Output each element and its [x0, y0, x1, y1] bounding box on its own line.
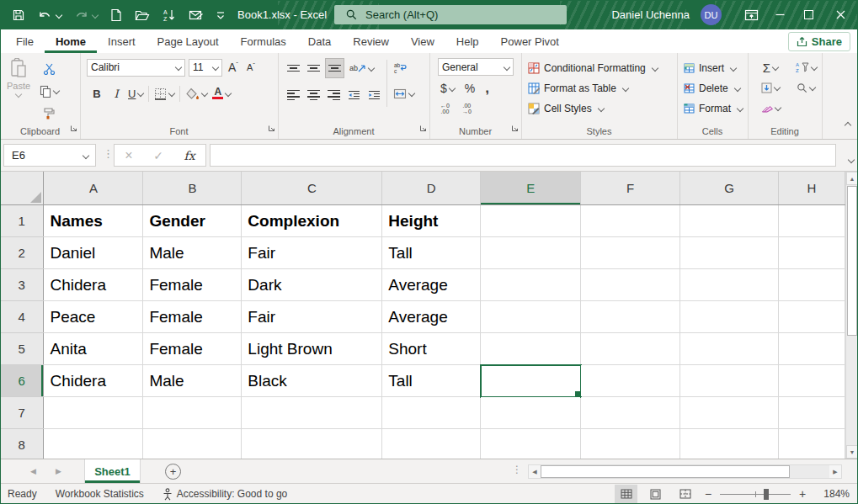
cell-B6[interactable]: Male — [143, 365, 242, 397]
cell-A2[interactable]: Daniel — [44, 237, 143, 269]
cell-D7[interactable] — [382, 397, 481, 429]
zoom-in-button[interactable]: + — [797, 487, 807, 501]
cell-B3[interactable]: Female — [143, 269, 242, 301]
column-header-D[interactable]: D — [382, 172, 481, 205]
cell-F4[interactable] — [581, 301, 680, 333]
cell-D3[interactable]: Average — [382, 269, 481, 301]
cell-E8[interactable] — [481, 429, 581, 459]
zoom-slider-handle[interactable] — [764, 489, 769, 500]
cell-D4[interactable]: Average — [382, 301, 481, 333]
row-header-8[interactable]: 8 — [0, 429, 44, 459]
row-header-3[interactable]: 3 — [0, 269, 44, 301]
cell-G4[interactable] — [680, 301, 779, 333]
decrease-indent-button[interactable] — [345, 86, 363, 104]
tab-formulas[interactable]: Formulas — [230, 29, 297, 53]
orientation-button[interactable]: ab — [347, 59, 376, 77]
cell-H3[interactable] — [778, 269, 845, 301]
cell-G2[interactable] — [680, 237, 779, 269]
increase-decimal-button[interactable]: ←0 .00 — [438, 99, 452, 118]
tab-review[interactable]: Review — [342, 29, 400, 53]
increase-indent-button[interactable] — [365, 86, 383, 104]
tab-help[interactable]: Help — [445, 29, 490, 53]
cell-A3[interactable]: Chidera — [44, 269, 143, 301]
increase-font-size-button[interactable]: Aˆ — [226, 58, 241, 77]
undo-button[interactable] — [38, 9, 61, 21]
fill-color-button[interactable] — [183, 84, 210, 103]
ribbon-display-options-button[interactable] — [737, 0, 765, 29]
column-header-A[interactable]: A — [44, 172, 143, 205]
wrap-text-button[interactable]: abc — [391, 58, 409, 77]
column-header-E[interactable]: E — [481, 172, 581, 205]
cell-C4[interactable]: Fair — [242, 301, 382, 333]
cell-E6[interactable] — [481, 365, 581, 397]
workbook-statistics-button[interactable]: Workbook Statistics — [56, 488, 144, 500]
middle-align-button[interactable] — [305, 59, 322, 77]
cell-G7[interactable] — [680, 397, 779, 429]
cell-D2[interactable]: Tall — [382, 237, 481, 269]
cell-C8[interactable] — [242, 429, 382, 459]
font-color-button[interactable]: A — [210, 84, 233, 103]
save-button[interactable] — [12, 8, 25, 22]
cell-G5[interactable] — [680, 333, 779, 365]
cell-E1[interactable] — [481, 205, 581, 237]
name-box-resizer[interactable]: ⋮ — [103, 147, 114, 160]
cell-F2[interactable] — [581, 237, 680, 269]
alignment-dialog-launcher[interactable] — [419, 120, 427, 135]
cut-button[interactable] — [37, 60, 61, 78]
tab-data[interactable]: Data — [297, 29, 342, 53]
name-box[interactable]: E6 — [3, 144, 96, 167]
number-format-select[interactable]: General — [438, 58, 514, 76]
scroll-up-arrow[interactable]: ▲ — [846, 172, 858, 185]
close-button[interactable] — [823, 0, 858, 29]
zoom-slider[interactable] — [720, 494, 791, 495]
tab-home[interactable]: Home — [45, 29, 97, 53]
find-select-button[interactable] — [788, 78, 823, 97]
column-header-B[interactable]: B — [143, 172, 242, 205]
cell-G1[interactable] — [680, 205, 779, 237]
cell-A5[interactable]: Anita — [44, 333, 143, 365]
page-break-preview-button[interactable] — [674, 485, 696, 503]
delete-cells-button[interactable]: Delete — [677, 78, 748, 98]
tab-scrollbar-splitter[interactable]: ⋮ — [512, 464, 522, 475]
cell-H2[interactable] — [778, 237, 845, 269]
select-all-button[interactable] — [0, 172, 44, 205]
row-header-6[interactable]: 6 — [0, 365, 44, 397]
cell-A8[interactable] — [44, 429, 143, 459]
cell-H4[interactable] — [778, 301, 845, 333]
new-file-button[interactable] — [110, 8, 122, 22]
row-header-5[interactable]: 5 — [0, 333, 44, 365]
cell-A6[interactable]: Chidera — [44, 365, 143, 397]
cell-E5[interactable] — [481, 333, 581, 365]
insert-function-button[interactable]: fx — [184, 149, 195, 162]
email-button[interactable] — [189, 9, 204, 21]
number-dialog-launcher[interactable] — [511, 120, 519, 135]
minimize-button[interactable] — [765, 0, 794, 29]
fill-button[interactable] — [753, 78, 788, 97]
customize-qat-button[interactable] — [216, 10, 225, 20]
cell-A1[interactable]: Names — [44, 205, 143, 237]
cell-C6[interactable]: Black — [242, 365, 382, 397]
align-left-button[interactable] — [285, 86, 302, 104]
format-cells-button[interactable]: Format — [677, 98, 748, 119]
cell-G8[interactable] — [680, 429, 779, 459]
cell-B1[interactable]: Gender — [143, 205, 242, 237]
accessibility-status[interactable]: Accessibility: Good to go — [163, 488, 287, 501]
column-header-G[interactable]: G — [680, 172, 779, 205]
autosum-button[interactable]: Σ — [753, 58, 788, 77]
formula-input[interactable] — [210, 144, 836, 167]
clipboard-dialog-launcher[interactable] — [70, 120, 77, 135]
enter-button[interactable]: ✓ — [153, 149, 163, 162]
cell-H6[interactable] — [778, 365, 845, 397]
conditional-formatting-button[interactable]: Conditional Formatting — [521, 58, 677, 78]
normal-view-button[interactable] — [615, 485, 637, 503]
user-name[interactable]: Daniel Uchenna — [611, 8, 690, 21]
horizontal-scroll-thumb[interactable] — [541, 465, 790, 478]
cell-B2[interactable]: Male — [143, 237, 242, 269]
cell-E3[interactable] — [481, 269, 581, 301]
sort-ascending-button[interactable]: AZ — [163, 8, 176, 22]
cell-F3[interactable] — [581, 269, 680, 301]
share-button[interactable]: Share — [788, 32, 850, 51]
font-name-select[interactable]: Calibri — [87, 59, 185, 77]
cell-C2[interactable]: Fair — [242, 237, 382, 269]
row-header-2[interactable]: 2 — [0, 237, 44, 269]
